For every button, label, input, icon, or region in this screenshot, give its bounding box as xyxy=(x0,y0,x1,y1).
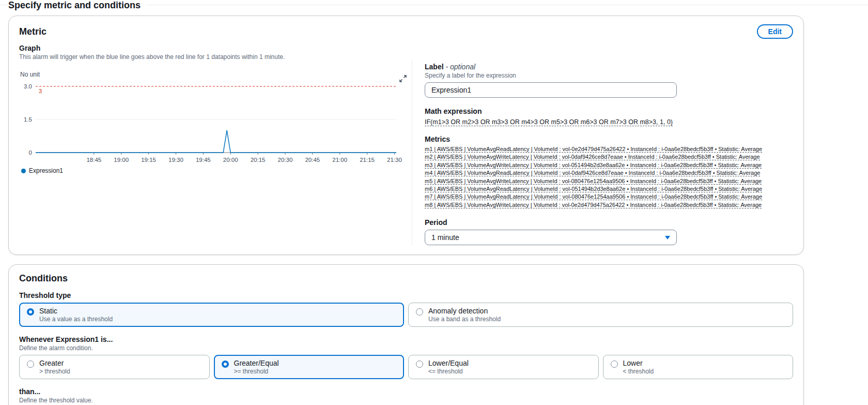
label-field-label: Label xyxy=(425,63,444,71)
metric-card: Metric Edit Graph This alarm will trigge… xyxy=(8,16,804,255)
metric-row: m7 | AWS/EBS | VolumeAvgReadLatency | Vo… xyxy=(425,193,793,201)
conditions-card: Conditions Threshold type Static Use a v… xyxy=(8,264,804,405)
metric-row: m4 | AWS/EBS | VolumeAvgReadLatency | Vo… xyxy=(425,169,793,177)
svg-text:20:00: 20:00 xyxy=(223,157,238,163)
svg-text:21:00: 21:00 xyxy=(332,157,347,163)
chart-legend: Expression1 xyxy=(21,167,412,174)
svg-text:3: 3 xyxy=(39,88,42,94)
math-expression-label: Math expression xyxy=(425,107,793,115)
expression-label-input[interactable] xyxy=(425,82,677,98)
svg-text:19:00: 19:00 xyxy=(114,157,129,163)
legend-label: Expression1 xyxy=(29,167,63,174)
metrics-label: Metrics xyxy=(425,135,793,143)
metrics-list: m1 | AWS/EBS | VolumeAvgReadLatency | Vo… xyxy=(425,145,793,209)
graph-section-label: Graph xyxy=(19,44,412,52)
period-value: 1 minute xyxy=(431,233,459,242)
label-optional-suffix: - optional xyxy=(445,63,475,71)
radio-greater-equal-icon[interactable] xyxy=(222,361,229,368)
metric-row: m1 | AWS/EBS | VolumeAvgReadLatency | Vo… xyxy=(425,145,793,153)
svg-text:3.0: 3.0 xyxy=(24,83,32,89)
than-hint: Define the threshold value. xyxy=(19,397,793,404)
radio-lower-icon[interactable] xyxy=(611,361,618,368)
unit-label: No unit xyxy=(20,71,412,78)
svg-text:21:30: 21:30 xyxy=(387,157,402,163)
main-content: Metric Edit Graph This alarm will trigge… xyxy=(8,16,804,405)
chevron-down-icon xyxy=(665,236,670,239)
tile-greater[interactable]: Greater > threshold xyxy=(19,355,210,379)
metric-row: m8 | AWS/EBS | VolumeAvgWriteLatency | V… xyxy=(425,201,793,209)
radio-static-icon[interactable] xyxy=(27,308,34,316)
metric-row: m5 | AWS/EBS | VolumeAvgWriteLatency | V… xyxy=(425,177,793,185)
threshold-type-label: Threshold type xyxy=(19,291,793,299)
metric-card-title: Metric xyxy=(19,26,47,37)
metric-row: m3 | AWS/EBS | VolumeAvgWriteLatency | V… xyxy=(425,161,793,169)
tile-static[interactable]: Static Use a value as a threshold xyxy=(19,303,404,327)
math-expression-value: IF(m1>3 OR m2>3 OR m3>3 OR m4>3 OR m5>3 … xyxy=(425,118,673,126)
expand-icon[interactable] xyxy=(398,74,408,85)
graph-description: This alarm will trigger when the blue li… xyxy=(19,53,412,61)
svg-text:20:15: 20:15 xyxy=(251,157,266,163)
svg-text:18:45: 18:45 xyxy=(86,157,101,163)
period-select[interactable]: 1 minute xyxy=(425,230,677,245)
svg-text:19:15: 19:15 xyxy=(141,157,156,163)
radio-anomaly-icon[interactable] xyxy=(416,308,423,316)
tile-greater-equal[interactable]: Greater/Equal >= threshold xyxy=(214,355,405,379)
tile-anomaly-detection[interactable]: Anomaly detection Use a band as a thresh… xyxy=(408,303,793,327)
svg-text:19:45: 19:45 xyxy=(196,157,211,163)
page-title: Specify metric and conditions xyxy=(8,0,148,10)
legend-dot-icon xyxy=(21,169,26,173)
period-label: Period xyxy=(425,218,793,227)
whenever-label: Whenever Expression1 is... xyxy=(19,335,793,343)
metric-row: m6 | AWS/EBS | VolumeAvgReadLatency | Vo… xyxy=(425,185,793,193)
metric-chart: 3.01.5018:4519:0019:1519:3019:4520:0020:… xyxy=(19,80,404,164)
radio-greater-icon[interactable] xyxy=(27,361,34,368)
radio-lower-equal-icon[interactable] xyxy=(416,361,423,368)
tile-lower-equal[interactable]: Lower/Equal <= threshold xyxy=(408,355,599,379)
metric-chart-area: No unit 3.01.5018:4519:0019:1519:3019:45… xyxy=(19,71,412,174)
than-label: than... xyxy=(19,387,793,396)
label-field-hint: Specify a label for the expression xyxy=(425,72,793,79)
svg-text:19:30: 19:30 xyxy=(168,157,183,163)
metric-row: m2 | AWS/EBS | VolumeAvgWriteLatency | V… xyxy=(425,153,793,161)
conditions-card-title: Conditions xyxy=(19,273,793,284)
edit-button[interactable]: Edit xyxy=(757,24,793,39)
svg-text:20:45: 20:45 xyxy=(305,157,320,163)
graph-panel: Graph This alarm will trigger when the b… xyxy=(19,42,412,245)
svg-text:20:30: 20:30 xyxy=(278,157,293,163)
tile-lower[interactable]: Lower < threshold xyxy=(603,355,794,379)
svg-text:21:15: 21:15 xyxy=(360,157,375,163)
whenever-hint: Define the alarm condition. xyxy=(19,344,793,352)
expression-panel: Label - optional Specify a label for the… xyxy=(412,42,793,245)
svg-text:0: 0 xyxy=(29,149,32,156)
svg-text:1.5: 1.5 xyxy=(24,116,32,123)
